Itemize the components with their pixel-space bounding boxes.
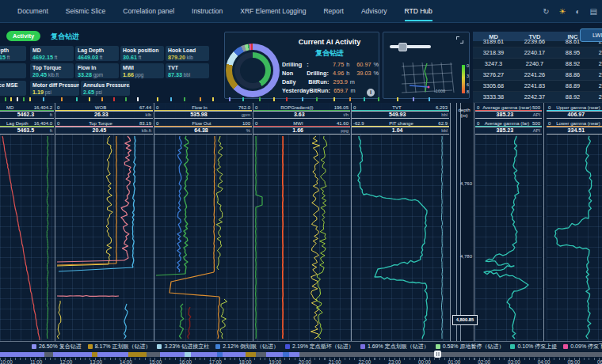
timeline-label: 16:00	[179, 359, 192, 364]
legend-swatch	[32, 344, 36, 349]
activity-timeline-bar[interactable]	[0, 352, 602, 357]
legend-item[interactable]: 26.50% 复合钻进	[32, 343, 82, 351]
curve-unit: bbl	[441, 128, 448, 133]
header-range-row: 0Flow In762.0	[154, 103, 252, 111]
legend-text: 2.12% 倒划眼（钻进）	[223, 343, 279, 351]
info-icon[interactable]: i	[367, 89, 375, 97]
legend-swatch	[360, 344, 365, 349]
ai-cv: 4.96	[329, 70, 344, 78]
legend-item[interactable]: 2.19% 定点循环（钻进）	[285, 343, 354, 351]
timeline-segment	[191, 352, 217, 357]
view-slider-handle[interactable]	[398, 43, 407, 51]
legend-item[interactable]: 1.69% 定点划眼（钻进）	[360, 343, 429, 351]
card-value: 20.45 klb.ft	[32, 71, 71, 78]
card-hook-load: Hook Load879.20 klb	[166, 46, 209, 61]
event-tick	[364, 97, 365, 101]
header-range-row: -62.9PIT change62.9	[352, 119, 449, 127]
ai-cu: m	[348, 87, 359, 96]
event-tick	[125, 97, 127, 101]
card-value: 2.65 psi	[83, 89, 128, 96]
ai-cp	[359, 78, 376, 87]
survey-table: MDTVDINCAZI 3189.612239.6688.61272.13218…	[473, 32, 602, 103]
legend-text: 3.23% 钻进接立柱	[164, 343, 209, 351]
event-tick	[76, 97, 78, 101]
cell: 3218.39	[473, 49, 514, 56]
table-row[interactable]: 3247.32240.788.92271.9	[473, 59, 602, 70]
header-value-row: 1.04bbl	[352, 127, 449, 135]
contrast-icon[interactable]: ◐	[576, 7, 581, 16]
legend-item[interactable]: 0.10% 停泵上提	[510, 343, 557, 351]
table-row[interactable]: 3218.392240.1788.95272.0	[473, 47, 602, 59]
nav-item-rtd-hub[interactable]: RTD Hub	[405, 1, 432, 21]
timeline-label: 23:00	[388, 359, 401, 364]
curve-unit: API	[533, 128, 540, 133]
curve-name: WOB	[62, 105, 139, 110]
card-flow-in: Flow In33.28 gpm	[75, 63, 119, 78]
colorbar-tick: 3	[467, 74, 469, 78]
legend-item[interactable]: 2.12% 倒划眼（钻进）	[215, 343, 279, 351]
ai-stat-row: NonDrilling:4.96h39.03%	[282, 70, 379, 78]
cell: 2242.37	[514, 93, 555, 100]
separator	[154, 103, 154, 341]
nav-item-report[interactable]: Report	[323, 1, 344, 21]
curve-name: Lower gamma (near)	[553, 121, 602, 126]
table-row[interactable]: 3333.382242.3788.92272.0	[473, 92, 602, 103]
nav-item-correlation-panel[interactable]: Correlation panel	[123, 1, 174, 21]
view-slider[interactable]	[390, 45, 431, 48]
cell: 272.1	[590, 82, 602, 89]
timeline-label: 12:00	[60, 359, 73, 364]
event-tick	[273, 97, 275, 101]
card-label: Flow In	[78, 65, 116, 70]
legend-item[interactable]: 0.09% 停泵下放	[563, 343, 602, 351]
card-label: Surface MSE	[0, 82, 24, 88]
curve-name: MD	[6, 105, 34, 110]
legend-swatch	[563, 344, 568, 349]
curve-unit: ft	[50, 128, 52, 133]
nav-item-advisory[interactable]: Advisory	[361, 1, 387, 21]
cell: 271.9	[590, 60, 602, 67]
header-value-row: 385.23API	[475, 127, 542, 135]
panel-icon[interactable]: ▤	[590, 7, 597, 16]
event-tick	[302, 97, 303, 101]
nav-item-seismic-slice[interactable]: Seismic Slice	[66, 1, 106, 21]
depth-colorbar	[462, 65, 465, 93]
nav-item-instruction[interactable]: Instruction	[192, 1, 223, 21]
legend-item[interactable]: 0.58% 原地暂停（钻进）	[436, 343, 505, 351]
legend-text: 26.50% 复合钻进	[39, 343, 82, 351]
separator	[55, 103, 55, 341]
legend-item[interactable]: 3.23% 钻进接立柱	[157, 343, 209, 351]
wellbore-3d-view	[400, 60, 455, 97]
timeline-label: 19:00	[269, 359, 281, 364]
ai-cv: 293.9	[332, 78, 348, 87]
fullscreen-icon[interactable]	[456, 36, 463, 44]
donut-hole	[240, 58, 265, 83]
range-max: 762.0	[238, 105, 250, 110]
header-value-row: 5463.5ft	[0, 127, 54, 135]
legend-item[interactable]: 8.17% 正划眼（钻进）	[88, 343, 151, 351]
value: 4692.15	[32, 54, 53, 61]
curve-value: 406.97	[548, 112, 602, 117]
table-row[interactable]: 3276.272241.2688.86272.0	[473, 70, 602, 81]
range-max: 67.44	[139, 105, 151, 110]
timeline-segment	[44, 352, 53, 357]
unit: ft	[98, 55, 102, 60]
timeline-label: 06:00	[597, 359, 602, 364]
timeline-scrub-handle[interactable]	[434, 351, 441, 358]
sun-icon[interactable]: ☀	[559, 7, 566, 16]
timeline-segment	[223, 352, 246, 357]
legend-text: 1.69% 定点划眼（钻进）	[368, 343, 429, 351]
nav-items: DocumentSeismic SliceCorrelation panelIn…	[0, 1, 432, 21]
ai-cq: %	[371, 61, 379, 70]
timeline-label: 15:00	[150, 359, 162, 364]
nav-item-xrf-element-logging[interactable]: XRF Element Logging	[240, 1, 306, 21]
table-row[interactable]: 3305.682241.8388.89272.1	[473, 81, 602, 92]
nav-item-document[interactable]: Document	[17, 1, 48, 21]
curve-name: MWI	[260, 121, 337, 126]
card-mwi: MWI1.66 ppg	[120, 63, 164, 78]
refresh-icon[interactable]: ↻	[543, 7, 549, 16]
lwd-data-button[interactable]: LWD Data	[580, 28, 602, 42]
curve-value: 3.63	[255, 112, 344, 117]
ai-cp: 39.03	[355, 70, 371, 78]
curve-value: 385.23	[477, 112, 533, 117]
event-tick	[23, 97, 25, 101]
